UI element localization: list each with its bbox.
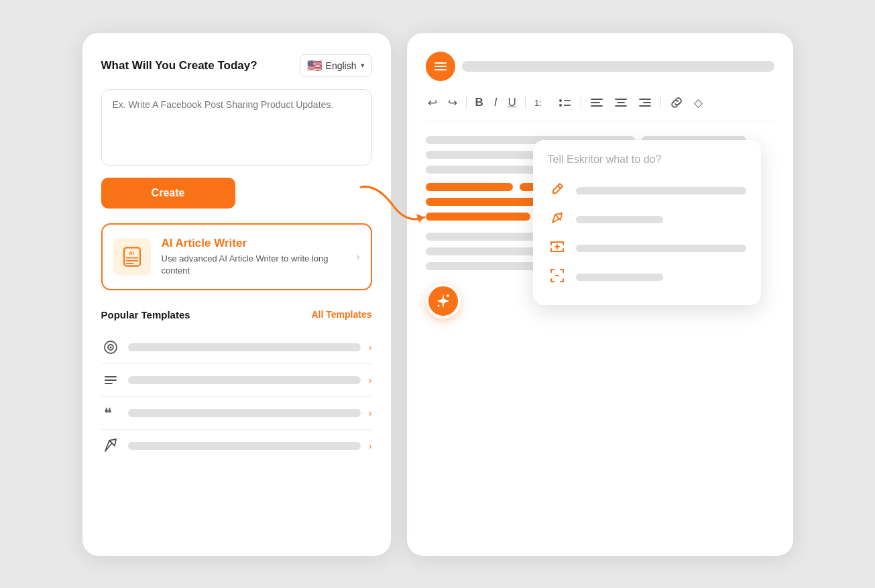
article-writer-desc: Use advanced AI Article Writer to write … <box>162 253 346 277</box>
right-panel: ↩ ↪ B I U 1: <box>407 33 793 556</box>
svg-point-19 <box>559 104 562 107</box>
expand-icon <box>548 239 567 257</box>
template-chevron-icon: › <box>369 375 372 386</box>
ai-option-write[interactable] <box>548 205 746 234</box>
content-highlight <box>426 183 513 191</box>
svg-point-7 <box>109 346 111 348</box>
article-writer-icon: AI <box>121 245 143 268</box>
eraser-icon[interactable]: ◇ <box>692 95 705 111</box>
toolbar-separator <box>660 96 661 109</box>
svg-point-17 <box>559 99 562 102</box>
sparkle-icon <box>434 292 452 310</box>
left-panel: What Will You Create Today? 🇺🇸 English ▾… <box>82 33 391 556</box>
template-item[interactable]: › <box>101 364 372 397</box>
language-selector[interactable]: 🇺🇸 English ▾ <box>300 54 372 77</box>
header-row: What Will You Create Today? 🇺🇸 English ▾ <box>101 54 372 77</box>
flag-icon: 🇺🇸 <box>307 58 322 73</box>
ai-option-compress[interactable] <box>548 263 746 292</box>
ai-option-bar <box>576 187 746 194</box>
article-icon-box: AI <box>113 238 151 276</box>
align-left-icon[interactable] <box>588 95 605 111</box>
content-highlight <box>426 213 530 221</box>
toolbar-separator <box>466 96 467 109</box>
hamburger-icon <box>433 59 448 74</box>
article-writer-card[interactable]: AI AI Article Writer Use advanced AI Art… <box>101 223 372 290</box>
templates-list: › › ❝ › <box>101 331 372 462</box>
write-icon <box>548 211 567 229</box>
editor-topbar <box>426 52 774 81</box>
list-icon <box>101 371 120 390</box>
ai-option-bar <box>576 274 663 281</box>
italic-icon[interactable]: I <box>492 95 500 111</box>
all-templates-link[interactable]: All Templates <box>312 309 372 320</box>
ai-option-bar <box>576 216 663 223</box>
template-bar <box>128 343 361 351</box>
ai-option-bar <box>576 245 746 252</box>
edit-icon <box>548 182 567 200</box>
page-title: What Will You Create Today? <box>101 59 257 72</box>
prompt-input-wrapper[interactable] <box>101 89 372 166</box>
template-bar <box>128 376 361 384</box>
svg-text:AI: AI <box>128 250 133 256</box>
toolbar-separator <box>581 96 581 109</box>
template-bar <box>128 409 361 417</box>
bold-icon[interactable]: B <box>473 95 485 111</box>
compress-icon <box>548 268 567 286</box>
prompt-input[interactable] <box>113 99 361 153</box>
link-icon[interactable] <box>668 95 685 111</box>
template-item[interactable]: › <box>101 331 372 364</box>
ai-option-expand[interactable] <box>548 234 746 263</box>
ai-popup: Tell Eskritor what to do? <box>533 140 761 305</box>
template-chevron-icon: › <box>369 440 372 451</box>
template-item[interactable]: ❝ › <box>101 397 372 430</box>
unordered-list-icon[interactable] <box>557 95 574 111</box>
quote-icon: ❝ <box>101 404 120 422</box>
template-chevron-icon: › <box>369 342 372 353</box>
align-center-icon[interactable] <box>612 95 630 111</box>
card-chevron-icon: › <box>356 251 359 263</box>
language-label: English <box>326 60 357 71</box>
camera-icon <box>101 338 120 357</box>
toolbar-separator <box>525 96 526 109</box>
svg-text:1:: 1: <box>534 98 542 108</box>
ai-option-edit[interactable] <box>548 176 746 205</box>
pen-icon <box>101 436 120 455</box>
undo-icon[interactable]: ↩ <box>426 95 439 111</box>
editor-title-bar <box>462 61 774 72</box>
chevron-down-icon: ▾ <box>361 61 365 70</box>
template-item[interactable]: › <box>101 430 372 462</box>
templates-title: Popular Templates <box>101 309 190 320</box>
ordered-list-icon[interactable]: 1: <box>532 95 550 111</box>
underline-icon[interactable]: U <box>506 95 518 111</box>
ai-sparkle-button[interactable] <box>426 284 461 318</box>
article-writer-text: AI Article Writer Use advanced AI Articl… <box>162 237 346 277</box>
templates-header: Popular Templates All Templates <box>101 309 372 320</box>
template-chevron-icon: › <box>369 408 372 418</box>
svg-line-32 <box>558 186 561 188</box>
template-bar <box>128 442 361 450</box>
ai-popup-title: Tell Eskritor what to do? <box>548 154 746 166</box>
svg-point-31 <box>437 304 439 306</box>
content-area: Tell Eskritor what to do? <box>426 136 774 318</box>
redo-icon[interactable]: ↪ <box>446 95 459 111</box>
create-button[interactable]: Create <box>101 178 235 209</box>
menu-button[interactable] <box>426 52 455 81</box>
toolbar: ↩ ↪ B I U 1: <box>426 95 774 121</box>
align-right-icon[interactable] <box>636 95 654 111</box>
svg-point-30 <box>447 294 449 297</box>
svg-text:❝: ❝ <box>104 405 112 421</box>
article-writer-title: AI Article Writer <box>162 237 346 250</box>
